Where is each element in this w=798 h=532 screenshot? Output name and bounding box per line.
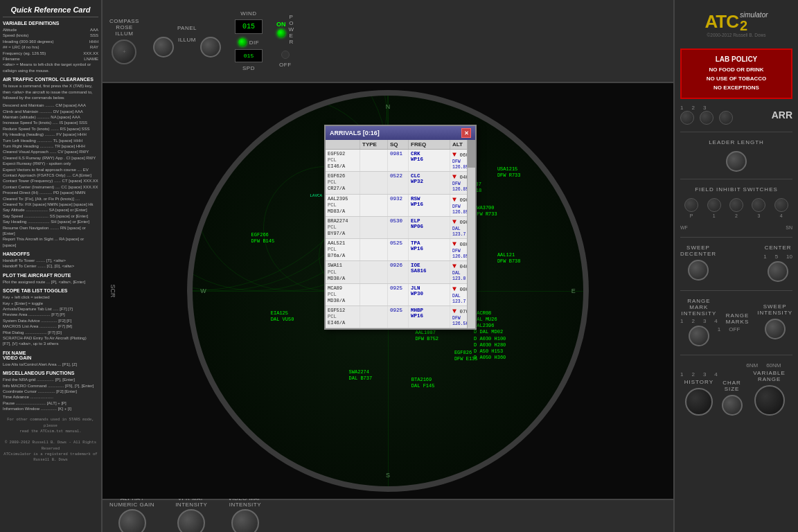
arrivals-row[interactable]: EGF592PCLEI46/A 0981 CRKWP16 ▼ 060DFW 12…	[326, 150, 467, 172]
arrivals-close-button[interactable]: ✕	[461, 128, 471, 138]
illum-label: ILLUM	[178, 37, 196, 57]
field-inhibit-label: FIELD INHIBIT SWITCHES	[680, 186, 792, 193]
arr-knob-2[interactable]	[700, 111, 713, 125]
arrivals-title: ARRIVALS [0:16]	[330, 130, 380, 136]
arrivals-container: TYPE SQ FREQ ALT EGF592PCLEI46/A 0981 CR…	[326, 140, 475, 328]
variable-range-section: 6NM 60NM VARIABLE RANGE	[746, 362, 792, 418]
arr-knob-3[interactable]	[719, 111, 733, 125]
west-label: W	[200, 287, 206, 294]
arrivals-list: TYPE SQ FREQ ALT EGF592PCLEI46/A 0981 CR…	[326, 140, 467, 328]
sweep-intensity-knob[interactable]	[765, 319, 786, 339]
wind-label: WIND	[240, 10, 256, 17]
south-label: S	[386, 472, 390, 479]
atc-logo-num: 2	[740, 19, 747, 33]
fi-1-knob[interactable]	[707, 198, 721, 212]
lab-policy-line3: NO EXCEPTIONS	[687, 84, 786, 93]
qrc-fix-name: FIX NAMEVIDEO GAIN	[3, 351, 98, 360]
fi-3-knob[interactable]	[752, 198, 765, 212]
panel-label: PANEL	[177, 25, 197, 31]
vfr-map-knob[interactable]	[177, 509, 205, 532]
alpha-numeric-control: ALPHA /NUMERIC GAIN	[109, 495, 154, 532]
fi-4-knob[interactable]	[774, 198, 788, 212]
video-map-knob[interactable]	[231, 509, 259, 532]
char-size-label: CHAR SIZE	[718, 380, 746, 392]
top-controls-bar: COMPASSROSEILLUM + PANEL ILLUM WIND 015 …	[103, 0, 673, 83]
compass-label: COMPASSROSEILLUM	[109, 18, 139, 37]
aircraft-blip-8: MACR08 DAL MU26 AAL2396 D DAL MD02 D A03…	[474, 310, 506, 361]
aircraft-blip-6: AAL121 DFW B738	[497, 252, 521, 265]
fi-3: 3	[752, 198, 765, 218]
range-marks-section: RANGE MARKS 1 OFF	[718, 312, 757, 334]
divider-1	[680, 132, 792, 132]
on-led	[277, 29, 285, 37]
qrc-footer: For other commands used in STARS mode, p…	[3, 417, 98, 463]
history-label: HISTORY	[680, 379, 718, 385]
atc-logo-text: ATC	[704, 11, 738, 33]
vr-nums: 6NM 60NM	[746, 362, 781, 369]
variable-range-label: VARIABLE RANGE	[746, 370, 792, 382]
main-content: COMPASSROSEILLUM + PANEL ILLUM WIND 015 …	[103, 0, 673, 532]
arrivals-row[interactable]: AAL521PCLB76a/A 0525 TPAWP16 ▼ 080DFW 12…	[326, 239, 467, 261]
bottom-controls-section: 1 2 3 4 HISTORY CHAR SIZE 6NM 60NM VARIA…	[680, 362, 792, 418]
dif-label: DIF	[249, 39, 259, 46]
history-knob[interactable]	[685, 388, 713, 416]
alpha-knob[interactable]	[118, 509, 146, 532]
fi-2-knob[interactable]	[729, 198, 743, 212]
arrivals-row[interactable]: EGF626PCLCR27/A 0522 CLCWP32 ▼ 040DFW 12…	[326, 172, 467, 194]
arrivals-scrollbar[interactable]	[467, 140, 475, 328]
arr-section: 1 2 3 ARR	[680, 105, 792, 125]
sweep-center-section: SWEEPDECENTER CENTER 1 5 10	[680, 245, 792, 283]
fi-2: 2	[729, 198, 743, 218]
power-switches: ON POWER OFF	[276, 14, 294, 68]
char-size-knob[interactable]	[722, 395, 743, 416]
center-nums: 1 5 10	[763, 254, 792, 260]
qrc-title: Quick Reference Card	[3, 3, 98, 17]
panel-knob-right[interactable]	[200, 37, 221, 57]
qrc-section-variable-defs: VARIABLE DEFINITIONS	[3, 21, 98, 26]
arr-knob-1[interactable]	[680, 111, 694, 125]
center-label: CENTER	[763, 245, 792, 251]
lab-policy-title: LAB POLICY	[687, 55, 786, 63]
arrivals-row[interactable]: SWA11PCLMD30/A 0926 IOESA816 ▼ 040DAL 12…	[326, 261, 467, 283]
range-marks-label: RANGE MARKS	[718, 312, 757, 325]
arrivals-row[interactable]: MCA89PCLMD30/A 0925 JLNWP30 ▼ 000DAL 123…	[326, 284, 467, 306]
range-mark-section: RANGE MARKINTENSITY 1 2 3 4 RANGE MARKS …	[680, 298, 792, 348]
vfr-map-control: VFR MAPINTENSITY	[175, 495, 207, 532]
arr-knobs	[680, 111, 733, 125]
off-led	[281, 51, 290, 59]
rmi-nums: 1 2 3 4	[680, 318, 718, 324]
aircraft-blip-4: SWA3700 DFW R733	[474, 205, 497, 218]
arrivals-window: ARRIVALS [0:16] ✕ TYPE SQ FREQ ALT EGF59…	[324, 125, 477, 330]
variable-range-knob[interactable]	[754, 385, 785, 416]
arrivals-row[interactable]: AAL2395PCLMD83/A 0932 RSWWP16 ▼ 090DFW 1…	[326, 195, 467, 217]
arrivals-header: TYPE SQ FREQ ALT	[326, 140, 467, 150]
fi-1: 1	[707, 198, 721, 218]
aircraft-blip-5: EGF266 DFW B145	[251, 232, 275, 245]
pow-label: POWER	[288, 14, 294, 45]
arrivals-row[interactable]: EGF512PCLEI46/A 0925 MHBPWP16 ▼ 070DFW 1…	[326, 306, 467, 328]
lab-policy-box: LAB POLICY NO FOOD OR DRINK NO USE OF TO…	[680, 48, 792, 99]
radar-area: 0912 20:29:92 JI(T) DFW OP11 VL 12 APPCD…	[103, 83, 673, 499]
north-label: N	[386, 103, 391, 110]
qrc-section-plot-route: PLOT THE AIRCRAFT ROUTE	[3, 273, 98, 278]
fi-p-knob[interactable]	[684, 198, 698, 212]
panel-control: PANEL ILLUM	[153, 25, 221, 57]
arrivals-row[interactable]: BRA2274PCLBY97/A 0530 ELPNP06 ▼ 090DAL 1…	[326, 217, 467, 239]
leader-length-knobs	[680, 151, 792, 172]
range-mark-intensity-knob[interactable]	[689, 326, 709, 346]
aircraft-blip-3: USA1215 DFW R733	[497, 166, 521, 179]
arrivals-titlebar: ARRIVALS [0:16] ✕	[326, 126, 475, 140]
center-knob[interactable]	[768, 261, 788, 282]
arr-nums-top: 1 2 3	[680, 105, 733, 111]
panel-knob-left[interactable]	[153, 37, 174, 57]
arr-label: ARR	[772, 109, 792, 121]
field-inhibit-section: P 1 2 3 4	[680, 198, 792, 218]
compass-rose-knob[interactable]: +	[112, 39, 136, 64]
video-map-control: VIDEO MAPINTENSITY	[228, 495, 262, 532]
sweep-decenter-knob[interactable]	[688, 260, 709, 281]
wind-display: 015	[235, 19, 263, 34]
fi-4: 4	[774, 198, 788, 218]
leader-length-knob[interactable]	[726, 151, 747, 172]
on-label: ON	[276, 21, 286, 28]
wind-control: WIND 015 DIF 015 SPD	[235, 10, 263, 71]
